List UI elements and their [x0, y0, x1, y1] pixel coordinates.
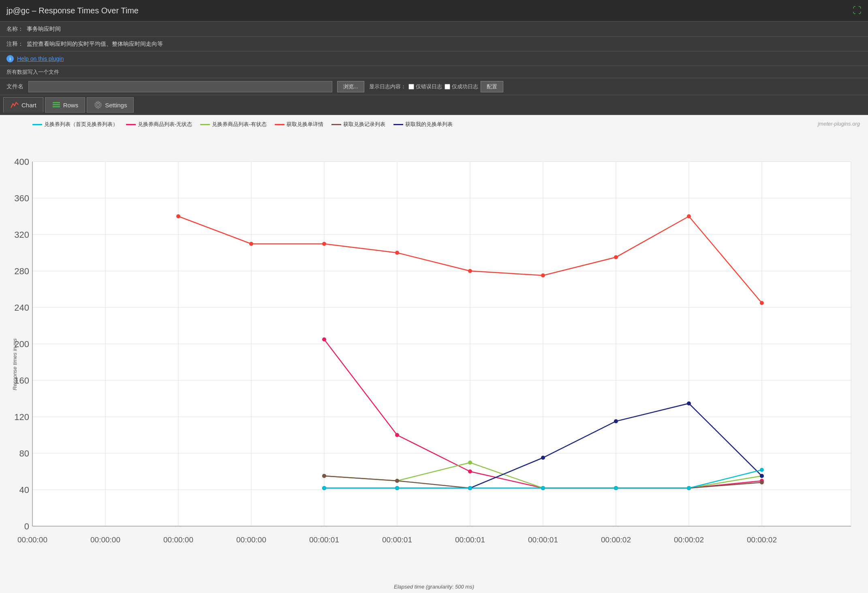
- legend-color-0: [32, 124, 42, 125]
- error-log-checkbox-area: 仅错误日志: [408, 83, 442, 90]
- success-log-label: 仅成功日志: [452, 83, 478, 90]
- svg-text:00:00:02: 00:00:02: [747, 535, 777, 544]
- success-log-checkbox-area: 仅成功日志: [445, 83, 478, 90]
- svg-point-77: [760, 480, 764, 484]
- name-label: 名称：: [6, 26, 24, 33]
- svg-text:00:00:02: 00:00:02: [601, 535, 631, 544]
- svg-text:80: 80: [19, 448, 29, 459]
- log-display-label: 显示日志内容：: [369, 83, 406, 90]
- svg-point-85: [322, 486, 326, 490]
- legend-item-0: 兑换券列表（首页兑换券列表）: [32, 121, 118, 128]
- svg-point-86: [395, 486, 399, 490]
- chart-area: Response times in ms 兑换券列表（首页兑换券列表） 兑换券商…: [0, 115, 868, 593]
- svg-point-59: [468, 469, 472, 474]
- note-label: 注释：: [6, 41, 24, 48]
- tab-rows-label: Rows: [63, 102, 79, 109]
- main-window: jp@gc – Response Times Over Time ⛶ 名称： 事…: [0, 0, 868, 593]
- svg-text:00:00:00: 00:00:00: [90, 535, 120, 544]
- file-label: 文件名: [6, 83, 24, 90]
- svg-point-81: [541, 456, 545, 460]
- rows-tab-icon: [52, 100, 61, 109]
- tab-chart[interactable]: Chart: [3, 97, 43, 113]
- svg-text:160: 160: [14, 375, 29, 386]
- legend-color-2: [200, 124, 210, 125]
- svg-point-82: [614, 419, 618, 423]
- svg-point-56: [760, 301, 764, 305]
- svg-text:00:00:00: 00:00:00: [236, 535, 266, 544]
- file-row: 文件名 浏览... 显示日志内容： 仅错误日志 仅成功日志 配置: [0, 78, 868, 95]
- help-link[interactable]: Help on this plugin: [17, 55, 64, 62]
- svg-point-66: [468, 461, 472, 465]
- svg-text:00:00:01: 00:00:01: [528, 535, 558, 544]
- svg-point-55: [687, 214, 691, 218]
- legend-item-3: 获取兑换单详情: [275, 121, 323, 128]
- legend-label-3: 获取兑换单详情: [286, 121, 323, 128]
- legend-item-4: 获取兑换记录列表: [331, 121, 385, 128]
- all-data-label: 所有数据写入一个文件: [6, 68, 59, 76]
- config-button[interactable]: 配置: [481, 81, 503, 92]
- svg-text:320: 320: [14, 230, 29, 240]
- log-display: 显示日志内容： 仅错误日志 仅成功日志 配置: [369, 81, 503, 92]
- expand-icon[interactable]: ⛶: [853, 5, 862, 16]
- svg-text:00:00:00: 00:00:00: [17, 535, 47, 544]
- tab-chart-label: Chart: [21, 102, 36, 109]
- svg-point-72: [395, 479, 399, 483]
- svg-text:0: 0: [24, 521, 29, 531]
- svg-point-48: [176, 214, 180, 218]
- svg-text:240: 240: [14, 303, 29, 313]
- svg-text:00:00:02: 00:00:02: [674, 535, 704, 544]
- error-log-checkbox[interactable]: [408, 84, 414, 90]
- legend-color-1: [126, 124, 136, 125]
- error-log-label: 仅错误日志: [416, 83, 442, 90]
- legend-item-5: 获取我的兑换单列表: [393, 121, 453, 128]
- title-bar: jp@gc – Response Times Over Time ⛶: [0, 0, 868, 21]
- legend-label-2: 兑换券商品列表-有状态: [212, 121, 266, 128]
- svg-text:280: 280: [14, 266, 29, 276]
- chart-svg: 0 40 80 120 160 200 240 280 320 360 400 …: [0, 115, 868, 593]
- svg-point-58: [395, 433, 399, 437]
- tab-settings[interactable]: Settings: [87, 97, 134, 113]
- legend-color-5: [393, 124, 403, 125]
- svg-text:200: 200: [14, 339, 29, 349]
- legend-item-2: 兑换券商品列表-有状态: [200, 121, 266, 128]
- svg-point-50: [322, 242, 326, 246]
- browse-button[interactable]: 浏览...: [337, 81, 364, 92]
- svg-rect-0: [53, 102, 60, 103]
- legend-color-4: [331, 124, 341, 125]
- window-title: jp@gc – Response Times Over Time: [6, 6, 139, 15]
- svg-point-53: [541, 273, 545, 277]
- chart-tab-icon: [10, 100, 19, 109]
- svg-rect-1: [53, 104, 60, 105]
- legend-color-3: [275, 124, 284, 125]
- svg-point-88: [541, 486, 545, 490]
- svg-point-52: [468, 269, 472, 273]
- name-value: 事务响应时间: [27, 26, 61, 33]
- svg-text:00:00:01: 00:00:01: [455, 535, 485, 544]
- svg-rect-2: [53, 106, 60, 107]
- svg-text:00:00:01: 00:00:01: [382, 535, 412, 544]
- svg-text:360: 360: [14, 193, 29, 203]
- svg-point-83: [687, 401, 691, 405]
- all-data-section: 所有数据写入一个文件: [0, 66, 868, 78]
- file-input[interactable]: [28, 81, 332, 92]
- legend-label-4: 获取兑换记录列表: [343, 121, 385, 128]
- svg-point-84: [760, 474, 764, 478]
- tabs-row: Chart Rows Settings: [0, 95, 868, 115]
- x-axis-label: Elapsed time (granularity: 500 ms): [394, 584, 474, 590]
- tab-rows[interactable]: Rows: [45, 97, 86, 113]
- svg-point-51: [395, 251, 399, 255]
- legend-label-5: 获取我的兑换单列表: [405, 121, 453, 128]
- svg-point-90: [687, 486, 691, 490]
- svg-point-89: [614, 486, 618, 490]
- svg-text:400: 400: [14, 157, 29, 167]
- success-log-checkbox[interactable]: [445, 84, 450, 90]
- svg-text:00:00:00: 00:00:00: [163, 535, 193, 544]
- legend-label-0: 兑换券列表（首页兑换券列表）: [44, 121, 118, 128]
- chart-legend: 兑换券列表（首页兑换券列表） 兑换券商品列表-无状态 兑换券商品列表-有状态 获…: [32, 121, 453, 128]
- y-labels: 0 40 80 120 160 200 240 280 320 360 400: [14, 157, 29, 531]
- svg-point-87: [468, 486, 472, 490]
- settings-tab-icon: [94, 100, 103, 109]
- note-value: 监控查看响应时间的实时平均值、整体响应时间走向等: [27, 41, 163, 48]
- x-labels: 00:00:00 00:00:00 00:00:00 00:00:00 00:0…: [17, 535, 777, 544]
- svg-point-91: [760, 468, 764, 472]
